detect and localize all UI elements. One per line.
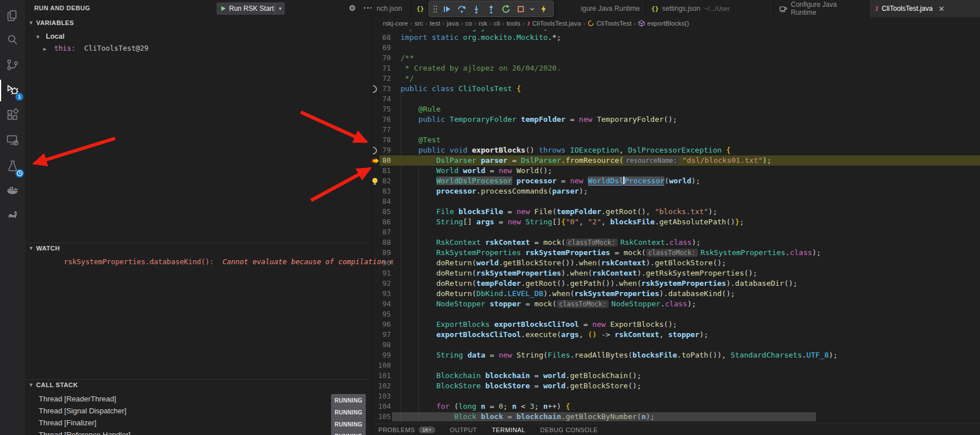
gutter[interactable] [371, 309, 379, 319]
activity-item-gradle[interactable] [0, 203, 25, 226]
editor-tab-nch-json[interactable]: nch.json [371, 0, 411, 17]
gutter-arc-icon[interactable] [371, 84, 379, 94]
watch-expression[interactable]: rskSystemProperties.databaseKind(): Cann… [64, 257, 393, 266]
gear-icon[interactable]: ⚙ [349, 3, 356, 13]
call-stack-thread[interactable]: Thread [Finalizer]RUNNING [25, 416, 371, 428]
panel-tab-output[interactable]: OUTPUT [450, 426, 477, 433]
breadcrumb-item[interactable]: java [447, 20, 459, 27]
activity-item-remote-explorer[interactable] [0, 129, 25, 151]
gutter[interactable] [371, 299, 379, 309]
hot-code-replace-button[interactable] [536, 2, 551, 16]
stop-dropdown-button[interactable] [528, 2, 536, 16]
breadcrumb-item[interactable]: JCliToolsTest.java [527, 20, 581, 27]
activity-item-explorer[interactable] [0, 5, 25, 27]
horizontal-scrollbar[interactable] [392, 412, 816, 421]
gutter[interactable] [371, 371, 379, 381]
chevron-down-icon[interactable]: ▾ [275, 2, 285, 15]
call-stack-thread[interactable]: Thread [Signal Dispatcher]RUNNING [25, 404, 371, 416]
activity-item-run-and-debug[interactable]: 1 [0, 79, 25, 101]
activity-item-docker[interactable] [0, 179, 25, 202]
breadcrumb-item[interactable]: CliToolsTest [587, 20, 631, 27]
call-stack-section-header[interactable]: ▼ CALL STACK [25, 381, 371, 388]
tests-pending-badge [15, 169, 24, 178]
code-line: 89 RskSystemProperties rskSystemProperti… [371, 248, 980, 258]
continue-button[interactable] [439, 2, 454, 16]
step-over-button[interactable] [454, 2, 469, 16]
gutter[interactable] [371, 412, 379, 422]
gutter[interactable] [371, 53, 379, 63]
variables-scope-local[interactable]: ▼ Local [35, 32, 64, 40]
breadcrumb-item[interactable]: test [430, 20, 440, 27]
debug-stopped-breakpoint-icon[interactable] [371, 155, 379, 166]
panel-tab-terminal[interactable]: TERMINAL [492, 426, 525, 433]
gutter[interactable] [371, 135, 379, 145]
gutter[interactable] [371, 217, 379, 227]
gutter[interactable] [371, 289, 379, 299]
step-out-button[interactable] [484, 2, 499, 16]
braces-icon: {} [416, 5, 424, 13]
code-line: 76 public TemporaryFolder tempFolder = n… [371, 114, 980, 125]
breadcrumb-separator: › [489, 20, 491, 27]
gutter[interactable] [371, 114, 379, 125]
breadcrumb-item[interactable]: exportBlocks() [638, 20, 689, 27]
activity-item-extensions[interactable] [0, 104, 25, 126]
gutter[interactable] [371, 166, 379, 176]
gutter[interactable] [371, 32, 379, 43]
editor-tab-configure-java-runtime[interactable]: Configure Java Runtime [774, 0, 869, 17]
editor-tab-settings-json[interactable]: {}settings.json~/.../User [646, 0, 774, 17]
class-icon [587, 20, 594, 27]
gutter[interactable] [371, 258, 379, 268]
breadcrumb-item[interactable]: rsk [479, 20, 487, 27]
code-text: ExportBlocks exportBlocksCliTool = new E… [391, 319, 677, 330]
code-editor[interactable]: 67import static org.junit.Assert.*;68imp… [371, 30, 980, 435]
gutter-arc-icon[interactable] [371, 145, 379, 155]
step-into-button[interactable] [469, 2, 484, 16]
gutter[interactable] [371, 401, 379, 412]
editor-tab-clitoolstest-java[interactable]: JCliToolsTest.java✕ [869, 0, 980, 17]
gutter[interactable] [371, 237, 379, 248]
gutter[interactable] [371, 360, 379, 371]
gutter[interactable] [371, 248, 379, 258]
breadcrumb-item[interactable]: src [414, 20, 423, 27]
gutter[interactable] [371, 319, 379, 330]
breadcrumb-item[interactable]: rskj-core [383, 20, 408, 27]
variable-this[interactable]: ▶ this: CliToolsTest@29 [43, 44, 149, 52]
gutter[interactable] [371, 43, 379, 53]
gutter[interactable] [371, 196, 379, 207]
panel-tab-problems[interactable]: PROBLEMS1K+ [378, 426, 435, 433]
thread-label: Thread [ReaderThread] [39, 395, 116, 403]
gutter[interactable] [371, 330, 379, 340]
close-icon[interactable]: ✕ [938, 5, 945, 13]
activity-item-testing[interactable] [0, 155, 25, 178]
gutter[interactable] [371, 381, 379, 391]
gutter[interactable] [371, 94, 379, 104]
run-config-button[interactable]: Run RSK Start ▾ [217, 2, 285, 15]
gutter[interactable] [371, 63, 379, 73]
stop-button[interactable] [513, 2, 528, 16]
breadcrumb-item[interactable]: cli [494, 20, 500, 27]
gutter[interactable] [371, 227, 379, 237]
lightbulb-icon[interactable] [371, 176, 379, 186]
gutter[interactable] [371, 125, 379, 135]
activity-item-search[interactable] [0, 28, 25, 51]
gutter[interactable] [371, 391, 379, 401]
gutter[interactable] [371, 186, 379, 196]
gutter[interactable] [371, 278, 379, 289]
watch-section-header[interactable]: ▼ WATCH [25, 245, 371, 252]
variables-section-header[interactable]: ▼ VARIABLES [25, 19, 371, 26]
gutter[interactable] [371, 268, 379, 278]
gutter[interactable] [371, 350, 379, 360]
restart-button[interactable] [499, 2, 513, 16]
gutter[interactable] [371, 340, 379, 350]
panel-tab-debug-console[interactable]: DEBUG CONSOLE [540, 426, 598, 433]
breadcrumb-item[interactable]: co [465, 20, 472, 27]
call-stack-thread[interactable]: Thread [Reference Handler]RUNNING [25, 428, 371, 435]
gutter[interactable] [371, 207, 379, 217]
gutter[interactable] [371, 104, 379, 114]
breadcrumb-item[interactable]: tools [507, 20, 520, 27]
breadcrumb: rskj-core›src›test›java›co›rsk›cli›tools… [371, 17, 980, 30]
activity-item-source-control[interactable] [0, 54, 25, 76]
gutter[interactable] [371, 73, 379, 84]
call-stack-thread[interactable]: Thread [ReaderThread]RUNNING [25, 392, 371, 404]
chevron-down-icon: ▼ [28, 20, 34, 26]
